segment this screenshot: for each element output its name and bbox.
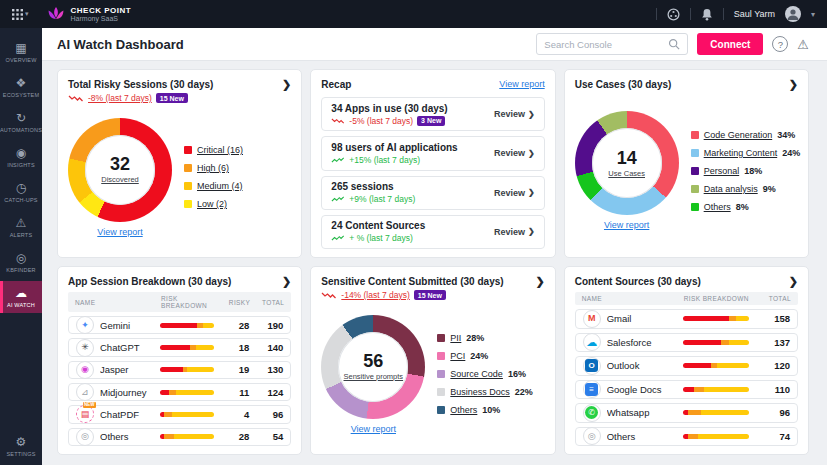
card-title: Content Sources (30 days): [575, 276, 701, 287]
table-row-whatsapp[interactable]: ✆ Whatsapp 96: [575, 403, 798, 423]
chevron-down-icon[interactable]: ▾: [811, 10, 815, 19]
chevron-right-icon[interactable]: ❯: [789, 276, 798, 287]
legend-link[interactable]: Source Code: [450, 369, 503, 379]
chevron-right-icon[interactable]: ❯: [535, 276, 544, 287]
total-count: 130: [249, 364, 283, 375]
sidebar-item-overview[interactable]: ▦ OVERVIEW: [0, 36, 42, 68]
divider: [690, 8, 691, 20]
total-count: 74: [758, 431, 790, 442]
trend-link[interactable]: -8% (last 7 days): [88, 93, 152, 103]
table-row-others[interactable]: ◎ Others 28 54: [68, 428, 291, 446]
user-avatar[interactable]: [785, 6, 801, 22]
insights-icon: ◉: [16, 147, 26, 160]
legend-link[interactable]: Critical (16): [197, 145, 243, 155]
sidebar-item-insights[interactable]: ◉ INSIGHTS: [0, 141, 42, 173]
total-count: 110: [758, 384, 790, 395]
chevron-right-icon[interactable]: ❯: [282, 79, 291, 90]
table-row-salesforce[interactable]: ☁ Salesforce 137: [575, 333, 798, 353]
view-report-link[interactable]: View report: [351, 424, 396, 434]
table-row-outlook[interactable]: O Outlook 120: [575, 356, 798, 376]
legend-link[interactable]: PCI: [450, 351, 465, 361]
sidebar-item-settings[interactable]: ⚙ SETTINGS: [0, 430, 42, 462]
table-row-gmail[interactable]: M Gmail 158: [575, 309, 798, 329]
legend-link[interactable]: Others: [704, 202, 731, 212]
search-input[interactable]: [544, 39, 664, 50]
legend-link[interactable]: Marketing Content: [704, 148, 778, 158]
whatsapp-icon: ✆: [583, 404, 601, 422]
review-button[interactable]: Review❯: [494, 188, 535, 198]
legend-link[interactable]: Data analysis: [704, 184, 758, 194]
trend-link[interactable]: -14% (last 7 days): [341, 290, 410, 300]
legend-item: Source Code 16%: [437, 369, 533, 379]
legend-item: Marketing Content 24%: [691, 148, 798, 158]
card-recap: Recap View report 34 Apps in use (30 day…: [310, 69, 555, 258]
trend-up-icon: [331, 156, 345, 164]
user-name[interactable]: Saul Yarm: [734, 9, 775, 19]
help-icon[interactable]: ?: [772, 36, 788, 52]
trend-down-icon: [321, 291, 337, 300]
search-box[interactable]: [536, 33, 688, 55]
legend-percent: 16%: [508, 369, 526, 379]
donut-center-label[interactable]: Sensitive prompts: [344, 372, 404, 381]
total-count: 120: [758, 360, 790, 371]
sidebar-item-automations[interactable]: ↻ AUTOMATIONS: [0, 106, 42, 138]
chevron-right-icon[interactable]: ❯: [282, 276, 291, 287]
risk-bar: [683, 387, 749, 392]
sidebar-item-label: CATCH-UPS: [4, 197, 37, 203]
jasper-icon: ◉: [76, 361, 94, 379]
sensitive-content-donut-chart: 56 Sensitive prompts: [321, 315, 425, 419]
legend-link[interactable]: Business Docs: [450, 387, 510, 397]
view-report-link[interactable]: View report: [97, 227, 142, 237]
settings-gear-icon: ⚙: [16, 436, 27, 449]
connect-button[interactable]: Connect: [697, 33, 763, 55]
sidebar-item-catch-ups[interactable]: ◷ CATCH-UPS: [0, 176, 42, 208]
legend-link[interactable]: Code Generation: [704, 130, 773, 140]
outlook-icon: O: [583, 357, 601, 375]
donut-center-label[interactable]: Discovered: [101, 175, 139, 184]
risk-bar: [683, 363, 749, 368]
topbar-right: Saul Yarm ▾: [656, 6, 815, 22]
chevron-right-icon[interactable]: ❯: [789, 79, 798, 90]
legend-item: High (6): [184, 163, 243, 173]
table-row-chatpdf[interactable]: ▤NEW ChatPDF 4 96: [68, 405, 291, 423]
notifications-bell-icon[interactable]: [701, 8, 713, 21]
others-icon: ◎: [583, 427, 601, 445]
review-button[interactable]: Review❯: [494, 148, 535, 158]
sidebar-item-ai-watch[interactable]: ☁ AI WATCH: [0, 281, 42, 313]
legend-link[interactable]: High (6): [197, 163, 229, 173]
risk-bar: [683, 340, 749, 345]
risk-bar: [160, 323, 214, 328]
sidebar-item-kbfinder[interactable]: ◎ KBFINDER: [0, 246, 42, 278]
table-row-chatgpt[interactable]: ✳ ChatGPT 18 140: [68, 338, 291, 356]
recap-item-content-sources: 24 Content Sources + % (last 7 days) Rev…: [321, 215, 544, 249]
recap-item-title: 34 Apps in use (30 days): [331, 103, 447, 114]
use-cases-donut-chart: 14 Use Cases: [575, 111, 679, 215]
table-row-gemini[interactable]: ✦ Gemini 28 190: [68, 316, 291, 334]
search-icon: [668, 38, 680, 50]
table-row-google-docs[interactable]: ≡ Google Docs 110: [575, 380, 798, 400]
others-icon: ◎: [76, 428, 94, 446]
view-report-link[interactable]: View report: [604, 220, 649, 230]
table-row-jasper[interactable]: ◉ Jasper 19 130: [68, 361, 291, 379]
warning-triangle-icon[interactable]: ⚠: [797, 38, 809, 51]
review-button[interactable]: Review❯: [494, 227, 535, 237]
legend-link[interactable]: Personal: [704, 166, 740, 176]
card-title: Total Risky Sessions (30 days): [68, 79, 213, 90]
recap-item-title: 98 users of AI applications: [331, 142, 457, 153]
globe-icon[interactable]: [667, 8, 680, 21]
review-button[interactable]: Review❯: [494, 109, 535, 119]
gemini-icon: ✦: [76, 316, 94, 334]
table-row-midjourney[interactable]: ⊿ Midjourney 11 124: [68, 383, 291, 401]
sidebar-item-ecosystem[interactable]: ❖ ECOSYSTEM: [0, 71, 42, 103]
legend-link[interactable]: Others: [450, 405, 477, 415]
apps-grid-icon[interactable]: ▾: [12, 9, 29, 20]
donut-center-label[interactable]: Use Cases: [608, 169, 645, 178]
table-row-others[interactable]: ◎ Others 74: [575, 427, 798, 447]
legend-link[interactable]: Low (2): [197, 199, 227, 209]
legend-swatch: [691, 149, 699, 157]
legend-swatch: [437, 352, 445, 360]
legend-link[interactable]: Medium (4): [197, 181, 243, 191]
legend-link[interactable]: PII: [450, 333, 461, 343]
view-report-link[interactable]: View report: [499, 79, 544, 89]
sidebar-item-alerts[interactable]: ⚠ ALERTS: [0, 211, 42, 243]
